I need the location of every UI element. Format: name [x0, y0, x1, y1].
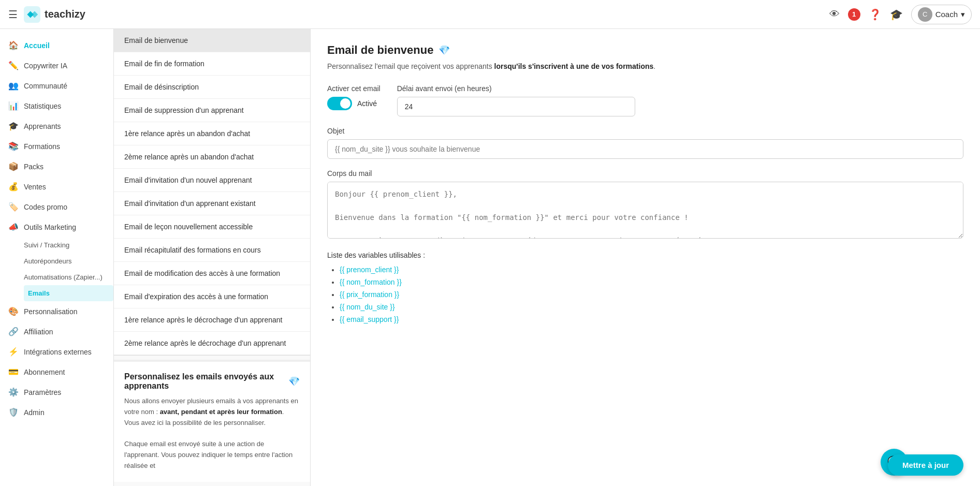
navbar-left: ☰ teachizy [8, 6, 85, 23]
email-detail-subtitle: Personnalisez l'email que reçoivent vos … [327, 61, 963, 72]
sidebar-item-autorepondeurs[interactable]: Autorépondeurs [24, 253, 113, 269]
email-list-item-lecon-accessible[interactable]: Email de leçon nouvellement accessible [114, 215, 310, 239]
body-group: Corps du mail [327, 169, 963, 239]
logo[interactable]: teachizy [24, 6, 85, 23]
email-list-item-suppression[interactable]: Email de suppression d'un apprenant [114, 99, 310, 122]
sidebar-sub-section: Suivi / Tracking Autorépondeurs Automati… [0, 237, 113, 301]
user-menu[interactable]: C Coach ▾ [911, 5, 972, 24]
sidebar-item-statistiques[interactable]: 📊 Statistiques [0, 96, 113, 116]
sidebar-item-emails[interactable]: Emails [24, 285, 113, 301]
sidebar-item-copywriter[interactable]: ✏️ Copywriter IA [0, 55, 113, 76]
sidebar-item-personnalisation[interactable]: 🎨 Personnalisation [0, 301, 113, 321]
sidebar-item-outils-marketing[interactable]: 📣 Outils Marketing [0, 217, 113, 237]
email-title-text: Email de bienvenue [327, 43, 433, 57]
toggle-label: Activé [357, 99, 377, 108]
email-list-item-recap-formations[interactable]: Email récapitulatif des formations en co… [114, 239, 310, 262]
subtitle-end: . [653, 62, 655, 70]
email-detail-title: Email de bienvenue 💎 [327, 43, 963, 57]
activate-toggle[interactable] [327, 97, 352, 110]
money-icon: 💰 [8, 182, 19, 192]
sidebar-item-label: Accueil [24, 41, 50, 50]
variables-title: Liste des variables utilisables : [327, 251, 963, 259]
sidebar-item-accueil[interactable]: 🏠 Accueil [0, 35, 113, 55]
book-icon: 📚 [8, 141, 19, 151]
sidebar-item-packs[interactable]: 📦 Packs [0, 156, 113, 176]
avatar: C [918, 7, 932, 22]
list-item: {{ email_support }} [340, 315, 963, 323]
email-list-item-desinscription[interactable]: Email de désinscription [114, 76, 310, 99]
email-list-item-relance2-abandon[interactable]: 2ème relance après un abandon d'achat [114, 145, 310, 169]
edit-icon: ✏️ [8, 61, 19, 70]
email-list-panel: Email de bienvenue Email de fin de forma… [114, 29, 311, 486]
variables-list: {{ prenom_client }} {{ nom_formation }} … [327, 266, 963, 323]
hamburger-menu[interactable]: ☰ [8, 8, 18, 21]
tag-icon: 🏷️ [8, 202, 19, 212]
delay-group: Délai avant envoi (en heures) [397, 84, 635, 116]
email-list-item-bienvenue[interactable]: Email de bienvenue [114, 29, 310, 52]
email-detail-panel: Email de bienvenue 💎 Personnalisez l'ema… [311, 29, 980, 486]
sidebar-item-label: Abonnement [24, 368, 65, 376]
sidebar-item-label: Intégrations externes [24, 348, 92, 356]
sidebar-item-codes-promo[interactable]: 🏷️ Codes promo [0, 197, 113, 217]
sidebar-item-parametres[interactable]: ⚙️ Paramètres [0, 382, 113, 402]
card-icon: 💳 [8, 367, 19, 377]
sidebar-item-suivi-tracking[interactable]: Suivi / Tracking [24, 237, 113, 253]
sidebar-item-label: Packs [24, 163, 43, 171]
variable-nom-du-site: {{ nom_du_site }} [340, 303, 395, 311]
users-icon: 👥 [8, 81, 19, 91]
link-icon: 🔗 [8, 327, 19, 336]
email-list-item-relance1-decrochage[interactable]: 1ère relance après le décrochage d'un ap… [114, 308, 310, 332]
email-list-item-invitation-nouvel[interactable]: Email d'invitation d'un nouvel apprenant [114, 169, 310, 192]
list-item: {{ nom_du_site }} [340, 303, 963, 311]
graduation-icon[interactable]: 🎓 [890, 8, 903, 21]
sidebar-item-admin[interactable]: 🛡️ Admin [0, 402, 113, 422]
promo-title-text: Personnalisez les emails envoyés aux app… [124, 372, 284, 391]
variable-prix-formation: {{ prix_formation }} [340, 290, 399, 299]
list-item: {{ prix_formation }} [340, 290, 963, 299]
promo-description: Nous allons envoyer plusieurs emails à v… [124, 396, 300, 472]
sidebar-item-formations[interactable]: 📚 Formations [0, 136, 113, 156]
email-list-item-invitation-existant[interactable]: Email d'invitation d'un apprenant exista… [114, 192, 310, 215]
integration-icon: ⚡ [8, 347, 19, 357]
sidebar-item-label: Personnalisation [24, 307, 78, 316]
sidebar-item-affiliation[interactable]: 🔗 Affiliation [0, 321, 113, 342]
activate-delay-row: Activer cet email Activé Délai avant env… [327, 84, 963, 116]
toggle-row: Activé [327, 97, 381, 110]
mid-divider [114, 355, 310, 356]
subtitle-normal: Personnalisez l'email que reçoivent vos … [327, 62, 494, 70]
help-icon[interactable]: ❓ [869, 8, 882, 21]
megaphone-icon: 📣 [8, 222, 19, 232]
subject-label: Objet [327, 127, 963, 135]
delay-input[interactable] [397, 97, 635, 116]
activate-label: Activer cet email [327, 84, 381, 93]
sidebar-item-communaute[interactable]: 👥 Communauté [0, 76, 113, 96]
variable-nom-formation: {{ nom_formation }} [340, 278, 402, 286]
body-textarea[interactable] [327, 182, 963, 239]
list-item: {{ prenom_client }} [340, 266, 963, 274]
logo-icon [24, 6, 40, 23]
sidebar-item-abonnement[interactable]: 💳 Abonnement [0, 362, 113, 382]
email-list-item-expiration-acces[interactable]: Email d'expiration des accès à une forma… [114, 285, 310, 308]
shield-icon: 🛡️ [8, 407, 19, 417]
subject-input[interactable] [327, 139, 963, 159]
email-list-item-fin-formation[interactable]: Email de fin de formation [114, 52, 310, 76]
eye-icon[interactable]: 👁 [829, 8, 840, 20]
palette-icon: 🎨 [8, 306, 19, 316]
navbar: ☰ teachizy 👁 1 ❓ 🎓 C Coach ▾ [0, 0, 980, 29]
email-list-item-modif-acces[interactable]: Email de modification des accès à une fo… [114, 262, 310, 285]
sidebar-item-integrations[interactable]: ⚡ Intégrations externes [0, 342, 113, 362]
sidebar-item-label: Statistiques [24, 102, 61, 110]
sidebar-item-automatisations[interactable]: Automatisations (Zapier...) [24, 269, 113, 285]
gear-icon: ⚙️ [8, 387, 19, 397]
email-list-item-relance2-decrochage[interactable]: 2ème relance après le décrochage d'un ap… [114, 332, 310, 355]
promo-text3: Chaque email est envoyé suite à une acti… [124, 440, 292, 469]
subject-group: Objet [327, 127, 963, 159]
notification-badge[interactable]: 1 [848, 8, 860, 21]
sidebar-item-ventes[interactable]: 💰 Ventes [0, 176, 113, 197]
box-icon: 📦 [8, 161, 19, 171]
list-item: {{ nom_formation }} [340, 278, 963, 286]
email-list-item-relance1-abandon[interactable]: 1ère relance après un abandon d'achat [114, 122, 310, 145]
sidebar-item-apprenants[interactable]: 🎓 Apprenants [0, 116, 113, 136]
sidebar-item-label: Admin [24, 408, 45, 417]
save-button[interactable]: Mettre à jour [888, 454, 963, 476]
